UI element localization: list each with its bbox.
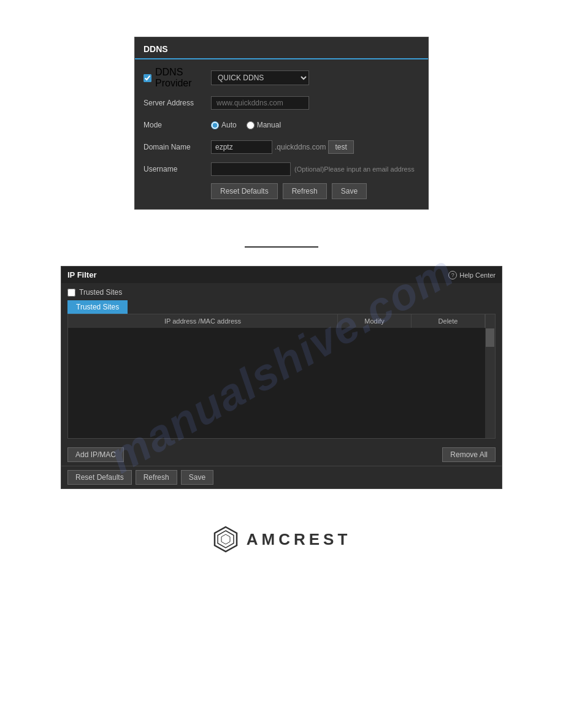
trusted-sites-check-row: Trusted Sites — [67, 288, 496, 297]
help-center-label: Help Center — [459, 271, 496, 279]
ip-filter-panel: IP Filter ? Help Center Trusted Sites Tr… — [61, 266, 502, 489]
table-header: IP address /MAC address Modify Delete — [68, 314, 495, 328]
domain-group: .quickddns.com test — [211, 140, 354, 154]
col-ip-mac: IP address /MAC address — [68, 314, 338, 328]
amcrest-logo-text: AMCREST — [247, 530, 351, 549]
mode-manual-radio[interactable] — [247, 121, 255, 129]
server-address-label: Server Address — [144, 99, 211, 107]
domain-suffix: .quickddns.com — [275, 143, 326, 151]
mode-row: Mode Auto Manual — [144, 117, 419, 133]
logo-section: AMCREST — [212, 526, 351, 553]
table-body — [68, 328, 495, 438]
ddns-provider-label: DDNS Provider — [155, 67, 211, 89]
mode-manual-option[interactable]: Manual — [247, 121, 281, 129]
trusted-sites-check-label: Trusted Sites — [79, 288, 122, 297]
mode-manual-label: Manual — [257, 121, 281, 129]
domain-input[interactable] — [211, 140, 272, 154]
refresh-button[interactable]: Refresh — [283, 183, 327, 199]
add-ipmac-button[interactable]: Add IP/MAC — [67, 447, 124, 462]
ddns-actions: Reset Defaults Refresh Save — [144, 183, 419, 199]
ip-filter-title: IP Filter — [67, 270, 96, 279]
ip-filter-header: IP Filter ? Help Center — [61, 267, 502, 283]
col-modify: Modify — [338, 314, 412, 328]
test-button[interactable]: test — [328, 140, 353, 154]
trusted-sites-checkbox[interactable] — [67, 289, 75, 297]
mode-auto-option[interactable]: Auto — [211, 121, 237, 129]
col-delete: Delete — [412, 314, 485, 328]
mode-auto-radio[interactable] — [211, 121, 219, 129]
ip-filter-table: IP address /MAC address Modify Delete — [67, 314, 496, 439]
server-address-input — [211, 96, 309, 110]
tab-row: Trusted Sites — [67, 300, 496, 314]
username-input[interactable] — [211, 162, 291, 176]
col-scroll-placeholder — [485, 314, 495, 328]
mode-radio-group: Auto Manual — [211, 121, 281, 129]
username-label: Username — [144, 165, 211, 173]
scrollbar[interactable] — [485, 328, 495, 438]
ip-filter-actions: Reset Defaults Refresh Save — [61, 466, 502, 488]
separator — [245, 246, 318, 248]
ddns-provider-select[interactable]: QUICK DDNS NO-IP DynDNS — [211, 70, 309, 85]
amcrest-logo-icon — [212, 526, 239, 553]
mode-label: Mode — [144, 121, 211, 129]
ip-filter-body: Trusted Sites Trusted Sites IP address /… — [61, 283, 502, 444]
username-hint: (Optional)Please input an email address — [294, 165, 415, 173]
svg-marker-1 — [218, 531, 234, 548]
ipfilter-save-button[interactable]: Save — [181, 470, 213, 485]
ipfilter-refresh-button[interactable]: Refresh — [136, 470, 177, 485]
reset-defaults-button[interactable]: Reset Defaults — [211, 183, 278, 199]
save-button[interactable]: Save — [332, 183, 367, 199]
ddns-provider-label-group: DDNS Provider — [144, 67, 211, 89]
username-row: Username (Optional)Please input an email… — [144, 161, 419, 177]
help-center[interactable]: ? Help Center — [448, 271, 496, 279]
svg-marker-2 — [221, 534, 230, 544]
remove-all-button[interactable]: Remove All — [442, 447, 496, 462]
mode-auto-label: Auto — [221, 121, 237, 129]
domain-name-label: Domain Name — [144, 143, 211, 151]
ipfilter-reset-button[interactable]: Reset Defaults — [67, 470, 132, 485]
domain-name-row: Domain Name .quickddns.com test — [144, 139, 419, 155]
tab-trusted-sites[interactable]: Trusted Sites — [67, 300, 128, 314]
ip-filter-footer: Add IP/MAC Remove All — [61, 444, 502, 466]
help-icon: ? — [448, 271, 457, 279]
scrollbar-thumb — [486, 328, 494, 347]
ddns-title-bar: DDNS — [135, 37, 428, 59]
ddns-panel: DDNS DDNS Provider QUICK DDNS NO-IP DynD… — [134, 37, 429, 210]
ddns-enabled-checkbox[interactable] — [144, 74, 151, 82]
ddns-title: DDNS — [144, 44, 168, 54]
ddns-provider-row: DDNS Provider QUICK DDNS NO-IP DynDNS — [144, 67, 419, 89]
server-address-row: Server Address — [144, 95, 419, 111]
